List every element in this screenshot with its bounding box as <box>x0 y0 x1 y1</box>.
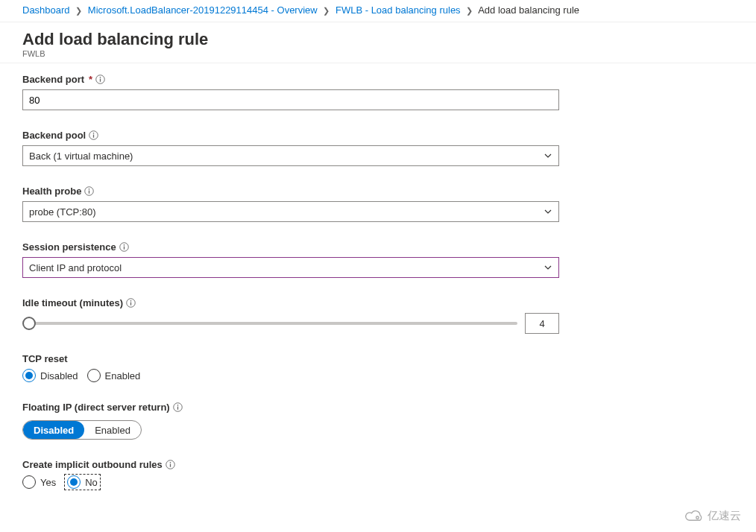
info-icon[interactable] <box>173 402 183 412</box>
floating-ip-disabled-option[interactable]: Disabled <box>23 421 84 439</box>
breadcrumb-current: Add load balancing rule <box>478 4 579 16</box>
info-icon[interactable] <box>166 460 175 469</box>
outbound-rules-no-label: No <box>85 477 98 488</box>
page-subtitle: FWLB <box>22 49 734 58</box>
chevron-down-icon <box>544 151 552 160</box>
svg-rect-14 <box>130 303 131 305</box>
chevron-down-icon <box>544 207 552 216</box>
outbound-rules-yes-radio[interactable]: Yes <box>22 475 56 489</box>
svg-point-13 <box>130 300 132 302</box>
idle-timeout-label: Idle timeout (minutes) <box>22 297 123 308</box>
breadcrumb-deployment[interactable]: Microsoft.LoadBalancer-20191229114454 - … <box>88 4 318 16</box>
svg-point-4 <box>93 133 95 134</box>
session-persistence-label: Session persistence <box>22 241 116 253</box>
backend-pool-label: Backend pool <box>22 130 86 141</box>
field-backend-pool: Backend pool Back (1 virtual machine) <box>22 130 559 166</box>
chevron-down-icon <box>544 263 552 272</box>
floating-ip-toggle: Disabled Enabled <box>22 420 142 440</box>
info-icon[interactable] <box>89 130 98 140</box>
outbound-rules-label: Create implicit outbound rules <box>22 459 163 470</box>
backend-pool-value: Back (1 virtual machine) <box>29 151 133 162</box>
backend-pool-select[interactable]: Back (1 virtual machine) <box>22 145 559 166</box>
field-tcp-reset: TCP reset Disabled Enabled <box>22 353 559 382</box>
chevron-right-icon: ❯ <box>323 6 330 15</box>
title-block: Add load balancing rule FWLB <box>0 22 756 63</box>
info-icon[interactable] <box>84 186 94 196</box>
outbound-rules-yes-label: Yes <box>40 477 56 488</box>
tcp-reset-disabled-radio[interactable]: Disabled <box>22 369 78 382</box>
health-probe-label: Health probe <box>22 186 81 197</box>
svg-rect-17 <box>177 407 178 410</box>
field-backend-port: Backend port * <box>22 74 559 110</box>
field-session-persistence: Session persistence Client IP and protoc… <box>22 241 559 278</box>
field-idle-timeout: Idle timeout (minutes) 4 <box>22 297 559 334</box>
svg-rect-11 <box>124 247 125 250</box>
tcp-reset-enabled-radio[interactable]: Enabled <box>87 369 141 382</box>
idle-timeout-slider[interactable] <box>22 317 517 330</box>
form: Backend port * Backend pool Back (1 virt… <box>0 63 756 531</box>
svg-rect-8 <box>89 191 89 194</box>
svg-rect-5 <box>93 135 94 138</box>
floating-ip-enabled-option[interactable]: Enabled <box>84 421 141 439</box>
svg-point-1 <box>100 77 101 78</box>
breadcrumb: Dashboard ❯ Microsoft.LoadBalancer-20191… <box>0 0 756 22</box>
slider-thumb[interactable] <box>22 317 36 330</box>
svg-point-10 <box>123 244 125 246</box>
health-probe-select[interactable]: probe (TCP:80) <box>22 201 559 222</box>
chevron-right-icon: ❯ <box>466 6 473 15</box>
field-health-probe: Health probe probe (TCP:80) <box>22 186 559 222</box>
field-outbound-rules: Create implicit outbound rules Yes No <box>22 459 559 490</box>
tcp-reset-label: TCP reset <box>22 353 67 364</box>
svg-rect-20 <box>170 464 171 467</box>
info-icon[interactable] <box>119 242 129 252</box>
svg-point-7 <box>89 189 90 190</box>
info-icon[interactable] <box>126 298 136 308</box>
floating-ip-label: Floating IP (direct server return) <box>22 402 170 413</box>
outbound-rules-no-radio[interactable]: No <box>65 475 100 490</box>
svg-rect-2 <box>100 79 101 82</box>
breadcrumb-dashboard[interactable]: Dashboard <box>22 4 70 16</box>
slider-track <box>29 322 517 325</box>
tcp-reset-disabled-label: Disabled <box>40 370 78 381</box>
required-indicator: * <box>89 74 92 85</box>
field-floating-ip: Floating IP (direct server return) Disab… <box>22 402 559 440</box>
backend-port-input[interactable] <box>22 89 559 110</box>
backend-port-label: Backend port <box>22 74 84 85</box>
tcp-reset-enabled-label: Enabled <box>105 370 141 381</box>
info-icon[interactable] <box>95 75 105 84</box>
page-title: Add load balancing rule <box>22 30 734 49</box>
breadcrumb-rules[interactable]: FWLB - Load balancing rules <box>336 4 461 16</box>
idle-timeout-value[interactable]: 4 <box>525 313 559 334</box>
chevron-right-icon: ❯ <box>75 6 82 15</box>
svg-point-19 <box>169 462 171 463</box>
session-persistence-value: Client IP and protocol <box>29 262 122 273</box>
health-probe-value: probe (TCP:80) <box>29 206 96 218</box>
svg-point-16 <box>177 405 178 406</box>
session-persistence-select[interactable]: Client IP and protocol <box>22 257 559 278</box>
